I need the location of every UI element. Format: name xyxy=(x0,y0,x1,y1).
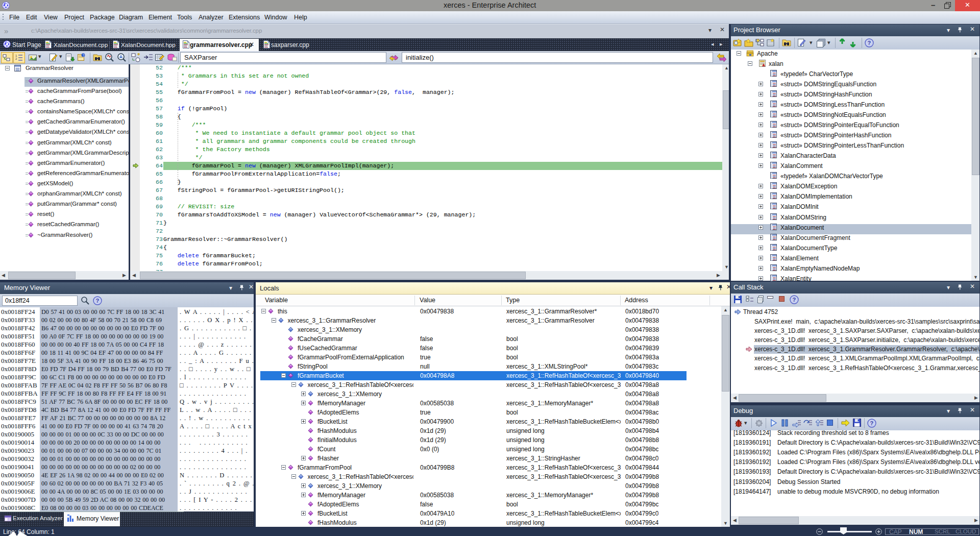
svg-text:?: ? xyxy=(870,420,874,426)
svg-text:?: ? xyxy=(793,297,796,303)
svg-text:?: ? xyxy=(868,40,871,46)
svg-text:2: 2 xyxy=(15,57,17,60)
svg-text:?: ? xyxy=(96,298,100,304)
svg-text:?: ? xyxy=(83,54,85,57)
